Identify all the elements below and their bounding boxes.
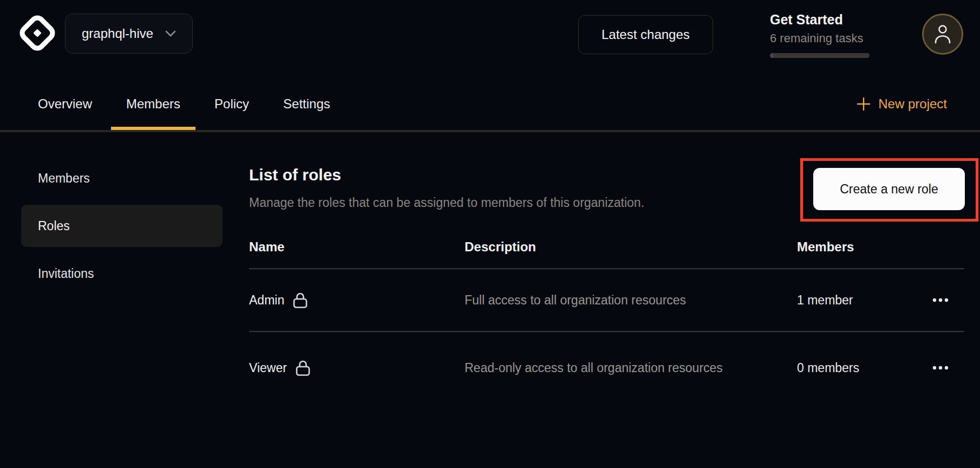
table-header-row: Name Description Members: [249, 226, 964, 268]
page-subtitle: Manage the roles that can be assigned to…: [249, 196, 644, 210]
role-name-cell: Viewer: [249, 360, 465, 376]
lock-icon: [296, 360, 310, 376]
table-row-viewer: Viewer Read-only access to all organizat…: [249, 332, 964, 404]
ellipsis-icon: [932, 366, 949, 370]
new-project-link[interactable]: New project: [857, 77, 947, 131]
avatar[interactable]: [922, 14, 963, 55]
ellipsis-icon: [932, 298, 949, 302]
chevron-down-icon: [165, 30, 176, 37]
role-members-count: 1 member: [797, 293, 916, 308]
column-header-name: Name: [249, 239, 465, 255]
app-root: graphql-hive Latest changes Get Started …: [0, 0, 980, 468]
get-started-subtitle: 6 remaining tasks: [770, 31, 870, 46]
create-role-button[interactable]: Create a new role: [813, 168, 965, 210]
tab-members[interactable]: Members: [111, 77, 195, 131]
tab-policy[interactable]: Policy: [199, 77, 264, 131]
column-header-members: Members: [797, 239, 916, 255]
table-row-admin: Admin Full access to all organization re…: [249, 269, 964, 331]
lock-icon: [293, 292, 308, 309]
role-members-count: 0 members: [797, 361, 916, 375]
roles-table: Name Description Members Admin Full acce…: [249, 226, 964, 404]
header-divider: [0, 130, 980, 132]
org-tabs: Overview Members Policy Settings: [23, 77, 345, 131]
role-name-cell: Admin: [249, 292, 465, 309]
page-title: List of roles: [249, 166, 341, 184]
sidebar-item-members[interactable]: Members: [21, 157, 223, 199]
person-icon: [933, 23, 952, 45]
sidebar-item-roles[interactable]: Roles: [21, 205, 223, 247]
new-project-label: New project: [878, 96, 947, 112]
plus-icon: [857, 97, 871, 111]
hive-logo-icon[interactable]: [19, 15, 55, 51]
role-name: Viewer: [249, 361, 287, 375]
tab-settings[interactable]: Settings: [268, 77, 345, 131]
latest-changes-button[interactable]: Latest changes: [578, 15, 713, 54]
sidebar-item-invitations[interactable]: Invitations: [21, 252, 223, 295]
org-name: graphql-hive: [82, 26, 153, 41]
row-actions-button[interactable]: [926, 360, 955, 375]
column-header-description: Description: [465, 239, 797, 255]
role-description: Full access to all organization resource…: [465, 289, 746, 311]
tab-overview[interactable]: Overview: [23, 77, 107, 131]
role-description: Read-only access to all organization res…: [465, 356, 746, 379]
get-started-widget[interactable]: Get Started 6 remaining tasks: [770, 12, 870, 58]
get-started-progress-bar: [770, 53, 870, 58]
row-actions-button[interactable]: [926, 292, 955, 308]
role-name: Admin: [249, 293, 284, 308]
org-switcher[interactable]: graphql-hive: [65, 14, 193, 54]
get-started-title: Get Started: [770, 12, 870, 28]
progress-fill: [770, 53, 774, 58]
